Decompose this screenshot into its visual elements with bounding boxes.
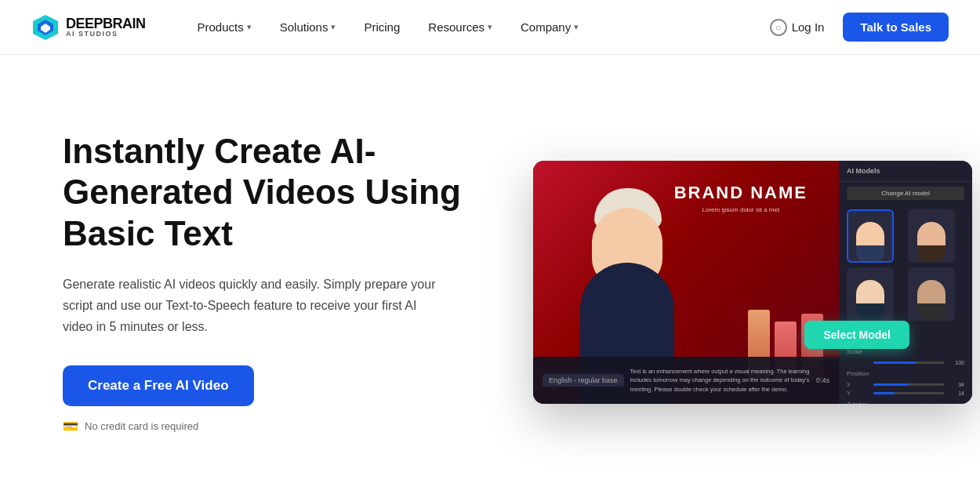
chevron-down-icon: ▾ <box>247 22 252 32</box>
model-face-1 <box>856 222 884 261</box>
logo: DEEPBRAIN AI STUDIOS <box>31 13 146 42</box>
demo-main-area: BRAND NAME Lorem ipsum dolor sit a met <box>533 161 839 404</box>
chevron-down-icon: ▾ <box>331 22 336 32</box>
hero-right: BRAND NAME Lorem ipsum dolor sit a met <box>533 161 972 404</box>
hero-subtext: Generate realistic AI videos quickly and… <box>63 274 439 338</box>
model-grid <box>839 205 972 325</box>
user-icon: ○ <box>770 19 787 36</box>
navbar: DEEPBRAIN AI STUDIOS Products ▾ Solution… <box>0 0 980 55</box>
nav-item-products[interactable]: Products ▾ <box>185 14 264 40</box>
nav-links: Products ▾ Solutions ▾ Pricing Resources… <box>185 14 760 40</box>
demo-brand-text: BRAND NAME Lorem ipsum dolor sit a met <box>674 183 808 213</box>
chevron-down-icon: ▾ <box>574 22 579 32</box>
scale-slider-row: 100 <box>839 358 972 367</box>
z-index-label: Z-Index <box>839 398 972 404</box>
demo-text-preview: Text is an enhancement where output a vi… <box>630 367 810 394</box>
model-thumb-4[interactable] <box>908 267 955 321</box>
no-credit-note: 💳 No credit card is required <box>63 419 470 434</box>
hero-heading: Instantly Create AI-Generated Videos Usi… <box>63 131 470 255</box>
model-thumb-1[interactable] <box>847 209 894 263</box>
hero-left: Instantly Create AI-Generated Videos Usi… <box>63 131 470 434</box>
nav-item-resources[interactable]: Resources ▾ <box>416 14 505 40</box>
scale-slider-track[interactable] <box>873 361 944 364</box>
scale-slider-fill <box>873 361 916 364</box>
model-face-4 <box>917 280 946 319</box>
logo-brand: DEEPBRAIN <box>66 16 146 31</box>
demo-bottom-bar: English - regular base Text is an enhanc… <box>533 357 839 404</box>
position-label: Position <box>839 367 972 380</box>
login-button[interactable]: ○ Log In <box>760 13 834 42</box>
position-y-row: Y 14 <box>839 389 972 398</box>
panel-title: AI Models <box>839 161 972 182</box>
demo-time: 0:4s <box>816 376 829 384</box>
model-thumb-3[interactable] <box>847 267 894 321</box>
chevron-down-icon: ▾ <box>488 22 492 32</box>
model-face-3 <box>856 280 884 319</box>
position-x-row: X 34 <box>839 380 972 389</box>
model-face-2 <box>917 222 946 261</box>
logo-sub: AI STUDIOS <box>66 31 146 38</box>
create-free-video-button[interactable]: Create a Free AI Video <box>63 365 254 406</box>
talk-to-sales-button[interactable]: Talk to Sales <box>843 13 949 42</box>
demo-panel: AI Models Change AI model <box>839 161 972 404</box>
nav-item-company[interactable]: Company ▾ <box>508 14 591 40</box>
hero-section: Instantly Create AI-Generated Videos Usi… <box>0 55 980 494</box>
model-thumb-2[interactable] <box>908 209 955 263</box>
change-model-button[interactable]: Change AI model <box>847 187 964 200</box>
demo-window: BRAND NAME Lorem ipsum dolor sit a met <box>533 161 972 404</box>
pos-y-track[interactable] <box>873 392 944 394</box>
demo-lang-badge: English - regular base <box>543 374 624 387</box>
logo-icon <box>31 13 60 42</box>
logo-text: DEEPBRAIN AI STUDIOS <box>66 16 146 38</box>
credit-card-icon: 💳 <box>63 419 78 434</box>
nav-right: ○ Log In Talk to Sales <box>760 13 949 42</box>
pos-x-track[interactable] <box>873 383 944 386</box>
nav-item-pricing[interactable]: Pricing <box>351 14 412 40</box>
select-model-button[interactable]: Select Model <box>804 321 909 349</box>
nav-item-solutions[interactable]: Solutions ▾ <box>267 14 349 40</box>
